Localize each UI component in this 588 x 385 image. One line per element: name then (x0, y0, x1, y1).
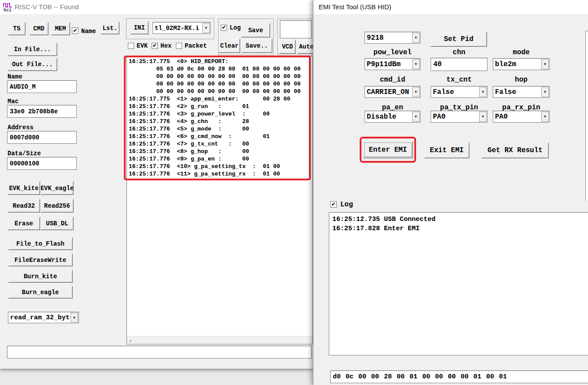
right-titlebar[interactable]: EMI Test Tool (USB HID) (313, 0, 588, 14)
file-erase-write-button[interactable]: FileEraseWrite (8, 254, 73, 266)
name-checkbox-label: Name (81, 28, 96, 35)
erase-button[interactable]: Erase (7, 217, 40, 230)
emi-test-tool-window: EMI Test Tool (USB HID) 9218 ▼ Set Pid p… (313, 0, 588, 385)
risc-v-tdb-window: hci RISC-V TDB -- Found TS CMD MEM ✔ Nam… (0, 0, 313, 369)
emi-log-text: 16:25:12.735 USB Connected 16:25:17.828 … (329, 213, 588, 233)
chevron-down-icon[interactable]: ▼ (202, 23, 210, 33)
mem-button[interactable]: MEM (51, 22, 70, 35)
clear-button[interactable]: Clear (219, 38, 240, 53)
file-to-flash-button[interactable]: File_to_Flash (8, 237, 73, 250)
mode-label: mode (493, 49, 550, 56)
pow-level-combo[interactable]: P9p11dBm ▼ (365, 58, 421, 70)
pa-rx-pin-combo[interactable]: PA0 ▼ (493, 111, 550, 123)
chevron-down-icon[interactable]: ▼ (479, 112, 487, 122)
enter-emi-button[interactable]: Enter EMI (363, 141, 413, 158)
mode-combo[interactable]: ble2m ▼ (493, 58, 550, 70)
main-log[interactable]: 16:25:17.775 <0> HID_REPORT: 05 03 d0 0c… (127, 56, 313, 344)
svg-text:hci: hci (4, 8, 11, 12)
bottom-command-field[interactable] (7, 346, 312, 359)
emi-hex-field[interactable]: d0 0c 00 00 28 00 01 00 00 00 00 01 00 0… (330, 370, 588, 383)
evk-checkbox-label: EVK (137, 42, 148, 49)
name-checkbox[interactable]: ✔ (72, 27, 78, 34)
evk-checkbox[interactable] (128, 43, 134, 49)
chevron-down-icon[interactable]: ▼ (479, 87, 487, 97)
evk-eagle-button[interactable]: EVK_eagle (41, 181, 74, 195)
hci-logo-icon: hci (3, 2, 13, 12)
vcd-button[interactable]: VCD (279, 39, 296, 54)
chevron-down-icon[interactable]: ▼ (541, 87, 549, 97)
mac-field[interactable]: 33e0 2b708b8e (7, 105, 77, 118)
pa-en-combo[interactable]: Disable ▼ (365, 111, 421, 123)
chevron-down-icon[interactable]: ▼ (541, 112, 549, 122)
ts-button[interactable]: TS (8, 22, 26, 35)
lst-button[interactable]: Lst. (100, 22, 119, 34)
chevron-down-icon[interactable]: ▼ (541, 59, 549, 69)
chevron-down-icon[interactable]: ▼ (412, 112, 420, 122)
in-file-button[interactable]: In File... (7, 43, 57, 56)
read256-button[interactable]: Read256 (41, 199, 74, 213)
pid-combo[interactable]: 9218 ▼ (365, 32, 421, 44)
mac-field-label: Mac (7, 98, 19, 105)
chevron-down-icon[interactable]: ▼ (412, 33, 420, 43)
save-button[interactable]: Save (241, 23, 270, 37)
address-field[interactable]: 0007d000 (7, 131, 77, 144)
left-titlebar[interactable]: hci RISC-V TDB -- Found (0, 0, 313, 14)
cmd-id-combo[interactable]: CARRIER_ON ▼ (365, 86, 421, 98)
hop-combo[interactable]: False ▼ (493, 86, 550, 98)
log-checkbox-label: Log (230, 24, 241, 31)
ini-button[interactable]: INI (130, 21, 149, 34)
burn-eagle-button[interactable]: Burn_eagle (8, 286, 73, 299)
hex-checkbox[interactable]: ✔ (152, 43, 158, 49)
pow-level-label: pow_level (365, 49, 421, 56)
vcd-output-field[interactable] (280, 20, 312, 38)
log-checkbox[interactable]: ✔ (221, 25, 227, 31)
left-window-title: RISC-V TDB -- Found (15, 3, 79, 11)
read-ram-combo[interactable]: read_ram_32_byte ▼ (8, 312, 79, 323)
chn-input[interactable]: 40 (431, 58, 488, 71)
pa-tx-pin-combo[interactable]: PA0 ▼ (431, 111, 488, 123)
cmd-button[interactable]: CMD (29, 22, 48, 35)
data-size-field[interactable]: 00000100 (7, 157, 77, 170)
burn-kite-button[interactable]: Burn_kite (8, 270, 73, 283)
chevron-down-icon[interactable]: ▼ (71, 313, 78, 322)
set-pid-button[interactable]: Set Pid (430, 31, 487, 47)
right-edge-panel (585, 31, 588, 201)
main-log-hscrollbar[interactable]: ‹ (127, 336, 313, 344)
packet-checkbox-label: Packet (185, 42, 207, 49)
name-field[interactable]: AUDIO_M (7, 80, 77, 93)
tx-cnt-combo[interactable]: False ▼ (431, 86, 488, 98)
hscroll-left-arrow-icon[interactable]: ‹ (127, 337, 132, 344)
read32-button[interactable]: Read32 (7, 199, 40, 213)
chn-label: chn (431, 49, 488, 56)
address-field-label: Address (7, 124, 33, 131)
ini-file-combo[interactable]: tl_02M2-RX.i ▼ (153, 22, 211, 34)
chevron-down-icon[interactable]: ▼ (412, 87, 420, 97)
data-size-field-label: Data/Size (7, 150, 41, 157)
packet-checkbox[interactable] (176, 43, 182, 49)
tx-cnt-label: tx_cnt (431, 76, 488, 84)
save-as-button[interactable]: Save.. (241, 38, 272, 53)
exit-emi-button[interactable]: Exit EMI (424, 142, 469, 158)
evk-kite-button[interactable]: EVK_kite (7, 181, 40, 195)
emi-log[interactable]: 16:25:12.735 USB Connected 16:25:17.828 … (329, 212, 588, 355)
usb-dl-button[interactable]: USB_DL (41, 217, 74, 230)
get-rx-result-button[interactable]: Get RX Result (481, 142, 549, 158)
name-field-label: Name (7, 73, 22, 80)
hop-label: hop (493, 76, 550, 84)
cmd-id-label: cmd_id (365, 76, 421, 84)
out-file-button[interactable]: Out File... (7, 58, 57, 71)
hex-checkbox-label: Hex (160, 42, 171, 49)
chevron-down-icon[interactable]: ▼ (412, 59, 420, 69)
emi-log-checkbox-label: Log (340, 201, 353, 209)
emi-log-checkbox[interactable]: ✔ (330, 201, 337, 208)
main-log-text: 16:25:17.775 <0> HID_REPORT: 05 03 d0 0c… (127, 56, 313, 178)
right-window-title: EMI Test Tool (USB HID) (319, 3, 391, 11)
